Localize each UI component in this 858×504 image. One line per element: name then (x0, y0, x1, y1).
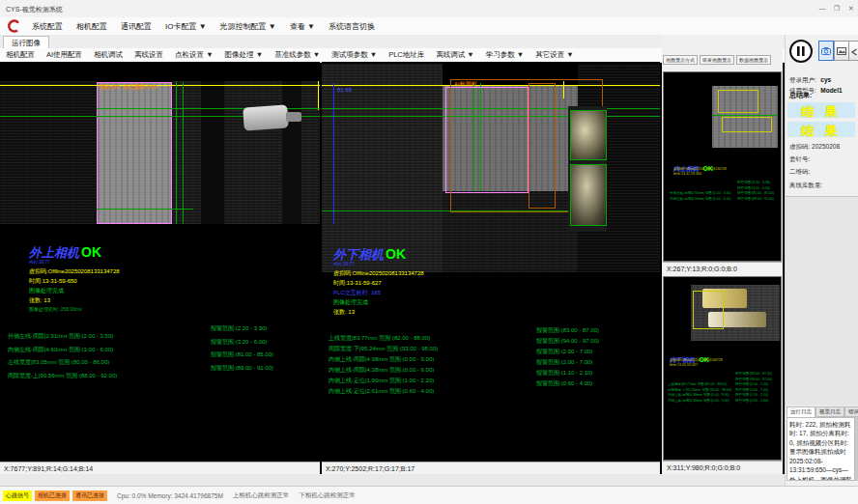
qr-code-row: 二维码: (789, 168, 810, 177)
menu-item[interactable]: 光源控制配置 ▼ (214, 21, 283, 32)
result-ok: OK (386, 246, 406, 262)
barcode-text: 虚拟码:Offline20250208133134728 (29, 267, 120, 276)
time-text: 时间:13-31-59-627 (333, 279, 382, 288)
result-text: 结 果 (801, 104, 842, 119)
model-value: Model1 (820, 87, 842, 94)
alarm-range-text: 报警范围:(89.00 - 91.00) (211, 364, 273, 373)
toolbar-item[interactable]: 相机调试 (88, 50, 129, 60)
result-text: 结 果 (801, 124, 842, 138)
pause-button[interactable] (789, 40, 813, 63)
tab-run-log[interactable]: 运行日志 (786, 406, 815, 417)
image-view-button[interactable] (834, 41, 849, 61)
measurement-row: 间隙宽度-上|90.56mm 范围:(88.00 - 92.00) 报警范围:(… (8, 364, 317, 378)
measurement-list-mini: 上线宽度|83.77mm 范围:(82.00 - 88.00) 报警范围:(83… (668, 372, 780, 404)
measurement-text: 间隙宽度-上|90.56mm 范围:(88.00 - 92.00) (8, 373, 117, 378)
menu-item[interactable]: 相机配置 (70, 21, 114, 32)
alarm-range-text: 报警范围:(81.00 - 85.00) (737, 191, 774, 195)
tab-vision-log[interactable]: 视觉日志 (815, 406, 844, 417)
result-block-1: 结 果 (787, 102, 855, 118)
camera-icon (821, 42, 831, 60)
measurement-row: 间隙宽度-下|95.24mm 范围:(93.00 - 98.00) 报警范围:(… (329, 337, 659, 348)
alarm-range-text: 报警范围:(81.00 - 85.00) (211, 350, 273, 359)
barcode-text: 虚拟码:Offline20250208133134728 (333, 269, 424, 278)
back-arrow-icon (850, 42, 858, 60)
toolbar-item[interactable]: 图像处理 ▼ (219, 50, 270, 60)
measurement-row: 内侧上线-间隙|4.38mm 范围:(0.00 - 9.00) 报警范围:(2.… (329, 348, 659, 358)
alarm-range-text: 报警范围:(3.20 - 6.00) (737, 186, 770, 190)
thumbnail-camera-3[interactable]: 内上相机 OK 虚拟码:Offline20250208133134728 时间:… (663, 71, 782, 262)
display-mode-option-1[interactable]: 研发画面显示 (700, 55, 734, 65)
display-mode-label: 画面显示方式 (663, 55, 698, 65)
maximize-button[interactable]: ❐ (830, 3, 844, 14)
toolbar-item[interactable]: AI使用配置 (41, 50, 88, 60)
toolbar-item[interactable]: PLC地址库 (383, 50, 430, 60)
time-text: 时间:13-31-59-650 (673, 172, 701, 176)
menu-items: 系统配置相机配置通讯配置IO卡配置 ▼光源控制配置 ▼查看 ▼系统语言切换 (25, 17, 382, 35)
sidebar-spacer-panel (786, 196, 858, 406)
toolbar-item[interactable]: 学习参数 ▼ (480, 50, 530, 60)
toolbar-item[interactable]: 基准线参数 ▼ (269, 50, 326, 60)
minimize-button[interactable]: — (815, 3, 829, 14)
log-tab-strip: 运行日志 视觉日志 错误日志 (786, 406, 858, 417)
menu-item[interactable]: 系统语言切换 (322, 21, 382, 32)
measurement-row: 间隙宽度-上|90.56mm 范围:(88.00 - 92.00) 报警范围:(… (670, 197, 780, 203)
connector-part (286, 112, 301, 122)
time-text: 时间:13-31-59-650 (29, 277, 77, 286)
window-title: CYS-视觉检测系统 (6, 5, 63, 14)
middle-camera-view[interactable]: 81.68 AI检测框 外下相机OK 耗时:39.77 虚拟码:Offline2… (322, 62, 660, 462)
bottom-spacer (0, 474, 785, 486)
process-time-text: 图像处理耗时: 258.00ms (29, 306, 82, 312)
measurement-list: 上线宽度|83.77mm 范围:(82.00 - 88.00) 报警范围:(83… (329, 326, 659, 390)
alarm-range-text: 报警范围:(83.00 - 87.00) (536, 326, 599, 335)
measurement-row: 内侧上线-定位|2.61mm 范围:(0.60 - 4.00) 报警范围:(0.… (668, 399, 780, 405)
tab-run-image[interactable]: 运行图像 (3, 36, 49, 49)
thumbnail-camera-4[interactable]: 内下相机 OK 虚拟码:Offline20250208133134728 时间:… (663, 276, 782, 461)
menu-item[interactable]: 系统配置 (25, 21, 70, 32)
comm-connected-badge: 通讯已连接 (72, 490, 107, 501)
virtual-code-row: 虚拟码: 20250208 (789, 143, 840, 152)
alarm-range-text: 报警范围:(2.00 - 7.00) (536, 348, 592, 356)
connector-part (243, 104, 289, 130)
process-done-text: 图像处理完成 (333, 298, 368, 307)
toolbar-item[interactable]: 离线调试 ▼ (430, 50, 480, 60)
toolbar-item[interactable]: 点检设置 ▼ (169, 50, 219, 60)
elapsed-sub: 耗时:39.77 (333, 262, 355, 266)
camera-name: 外下相机 (333, 247, 384, 262)
result-ok: OK (81, 244, 101, 260)
menu-item[interactable]: 查看 ▼ (283, 21, 322, 32)
barcode-text: 虚拟码:Offline20250208133134728 (673, 167, 727, 171)
display-mode-option-2[interactable]: 数据画面显示 (736, 55, 771, 65)
measure-line (712, 115, 778, 116)
ai-detect-label: AI检测框 (454, 80, 477, 89)
thumb-annotation-box (718, 90, 758, 113)
menu-item[interactable]: IO卡配置 ▼ (158, 21, 214, 32)
cpu-memory-text: Cpu: 0.0% Memory: 3424.41796875M (117, 492, 223, 499)
left-camera-view[interactable]: 阈值:93, 动态阈值:100 外上相机OK 耗时:39.77 虚拟码:Offl… (0, 62, 320, 462)
toolbar-item[interactable]: 离线设置 (129, 50, 169, 60)
threshold-annotation: 阈值:93, 动态阈值:100 (100, 83, 157, 92)
log-text-area[interactable]: 耗时: 222, 抓拍检测耗时: 17, 抓拍分离耗时: 0, 抓拍视频分区耗时… (786, 417, 855, 481)
alarm-range-text: 报警范围:(1.10 - 2.10) (536, 369, 592, 378)
menu-item[interactable]: 通讯配置 (114, 21, 158, 32)
tab-error-log[interactable]: 错误日志 (844, 406, 858, 417)
measure-line (176, 82, 177, 224)
toolbar-item[interactable]: 测试项参数 ▼ (326, 50, 383, 60)
toolbar-item[interactable]: 其它设置 ▼ (529, 50, 580, 60)
metal-part (570, 164, 607, 226)
camera-view-button[interactable] (818, 41, 834, 61)
image-texture (201, 81, 224, 224)
plc-time-text: PLC交互耗时: 165 (333, 289, 381, 297)
toolbar-item[interactable]: 相机配置 (0, 50, 41, 60)
title-bar: CYS-视觉检测系统 — ❐ ✕ (0, 0, 858, 18)
total-result-label: 总结果: (789, 91, 812, 100)
back-arrow-button[interactable] (848, 41, 858, 61)
metal-part (570, 110, 607, 160)
measurement-row: 上线宽度|83.77mm 范围:(82.00 - 88.00) 报警范围:(83… (329, 326, 659, 337)
close-button[interactable]: ✕ (844, 3, 858, 14)
measurement-text: 内侧上线-定位|2.61mm 范围:(0.60 - 4.00) (329, 388, 434, 394)
thumb2-coordinate-bar: X:311;Y:980;R:0;G:0;B:0 (663, 461, 782, 473)
frame-count-text: 张数: 13 (333, 308, 355, 317)
thumb-annotation-box (693, 291, 724, 329)
image-texture (322, 64, 443, 272)
needle-number-row: 套针号: (789, 155, 810, 164)
